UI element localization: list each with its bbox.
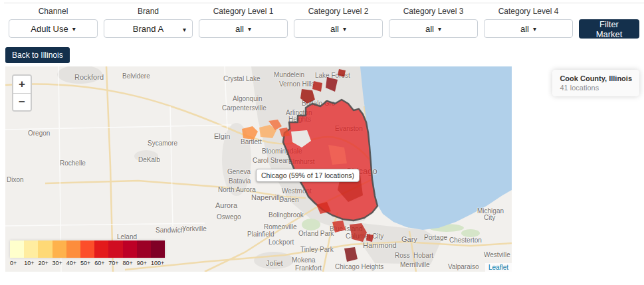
legend-color-segment xyxy=(66,240,80,258)
legend-label: 80+ xyxy=(123,260,137,266)
legend-color-segment xyxy=(123,240,137,258)
map-tooltip: Chicago (59% of 17 locations) xyxy=(256,169,360,182)
filter-market-button[interactable]: Filter Market xyxy=(579,19,639,39)
choropleth-region[interactable] xyxy=(350,223,367,242)
dropdown-category-level-2[interactable]: all▾ xyxy=(294,19,383,38)
choropleth-west-regions xyxy=(242,120,290,140)
filter-groups: ChannelAdult Use▾BrandBrand A▾Category L… xyxy=(9,7,573,38)
legend-label: 60+ xyxy=(94,260,108,266)
zoom-out-button[interactable]: − xyxy=(13,93,31,110)
map-attribution: Leaflet xyxy=(485,263,512,272)
dropdown-channel[interactable]: Adult Use▾ xyxy=(9,19,98,38)
zoom-control: + − xyxy=(12,74,32,112)
filter-label: Category Level 4 xyxy=(484,7,573,16)
dropdown-category-level-4[interactable]: all▾ xyxy=(484,19,573,38)
legend-label: 50+ xyxy=(80,260,94,266)
legend-color-segment xyxy=(24,240,38,258)
dropdown-value: all xyxy=(235,24,244,34)
legend-color-segment xyxy=(151,240,165,258)
chevron-down-icon: ▾ xyxy=(343,26,346,33)
choropleth-north-regions xyxy=(300,69,346,104)
leaflet-attribution-link[interactable]: Leaflet xyxy=(488,264,508,271)
legend-color-segment xyxy=(53,240,66,258)
legend-label: 90+ xyxy=(137,260,151,266)
choropleth-region-cook-county[interactable] xyxy=(283,100,377,221)
chevron-down-icon: ▾ xyxy=(183,27,186,33)
dropdown-category-level-3[interactable]: all▾ xyxy=(389,19,478,38)
filter-group: Category Level 1all▾ xyxy=(199,7,288,38)
legend-gradient xyxy=(10,240,165,258)
legend-labels: 0+10+20+30+40+50+60+70+80+90+100+ xyxy=(10,260,165,266)
legend-color-segment xyxy=(137,240,151,258)
info-panel-subtitle: 41 locations xyxy=(560,84,632,92)
choropleth-region[interactable] xyxy=(332,221,346,233)
legend-label: 30+ xyxy=(53,260,66,266)
chevron-down-icon: ▾ xyxy=(533,26,536,33)
chevron-down-icon: ▾ xyxy=(248,26,251,33)
filter-group: ChannelAdult Use▾ xyxy=(9,7,98,38)
choropleth-region[interactable] xyxy=(279,128,290,137)
top-divider xyxy=(4,3,644,3)
choropleth-region[interactable] xyxy=(338,69,346,77)
dropdown-value: all xyxy=(520,24,529,34)
legend-label: 70+ xyxy=(108,260,122,266)
map[interactable]: RockfordBelvidereCrystal LakeMundeleinLa… xyxy=(5,66,512,272)
chevron-down-icon: ▾ xyxy=(438,26,441,33)
dropdown-category-level-1[interactable]: all▾ xyxy=(199,19,288,38)
choropleth-region[interactable] xyxy=(344,247,358,262)
chevron-down-icon: ▾ xyxy=(72,26,76,33)
choropleth-region[interactable] xyxy=(366,234,374,242)
zoom-in-button[interactable]: + xyxy=(13,76,31,93)
info-panel-title: Cook County, Illinois xyxy=(560,74,632,82)
choropleth-region[interactable] xyxy=(242,126,258,140)
map-legend: 0+10+20+30+40+50+60+70+80+90+100+ xyxy=(10,240,165,266)
choropleth-region[interactable] xyxy=(312,81,322,92)
filter-bar: ChannelAdult Use▾BrandBrand A▾Category L… xyxy=(9,7,639,39)
dropdown-value: all xyxy=(330,24,339,34)
legend-label: 0+ xyxy=(10,260,24,266)
region-info-panel: Cook County, Illinois 41 locations xyxy=(552,70,639,96)
filter-label: Category Level 1 xyxy=(199,7,288,16)
legend-label: 40+ xyxy=(66,260,80,266)
legend-color-segment xyxy=(38,240,52,258)
choropleth-region[interactable] xyxy=(300,89,315,104)
filter-label: Category Level 2 xyxy=(294,7,383,16)
filter-group: Category Level 2all▾ xyxy=(294,7,383,38)
dropdown-brand[interactable]: Brand A▾ xyxy=(104,19,193,38)
dropdown-value: Adult Use xyxy=(31,24,68,34)
filter-label: Category Level 3 xyxy=(389,7,478,16)
legend-color-segment xyxy=(108,240,122,258)
filter-group: Category Level 4all▾ xyxy=(484,7,573,38)
legend-label: 20+ xyxy=(38,260,52,266)
legend-label: 10+ xyxy=(24,260,38,266)
choropleth-region[interactable] xyxy=(326,77,338,92)
filter-label: Brand xyxy=(104,7,193,16)
filter-label: Channel xyxy=(9,7,98,16)
legend-color-segment xyxy=(10,240,24,258)
back-to-illinois-button[interactable]: Back to Illinois xyxy=(5,47,70,63)
filter-group: Category Level 3all▾ xyxy=(389,7,478,38)
dropdown-value: all xyxy=(425,24,434,34)
legend-color-segment xyxy=(94,240,108,258)
legend-color-segment xyxy=(80,240,94,258)
filter-group: BrandBrand A▾ xyxy=(104,7,193,38)
dropdown-value: Brand A xyxy=(133,24,163,34)
legend-label: 100+ xyxy=(151,260,165,266)
